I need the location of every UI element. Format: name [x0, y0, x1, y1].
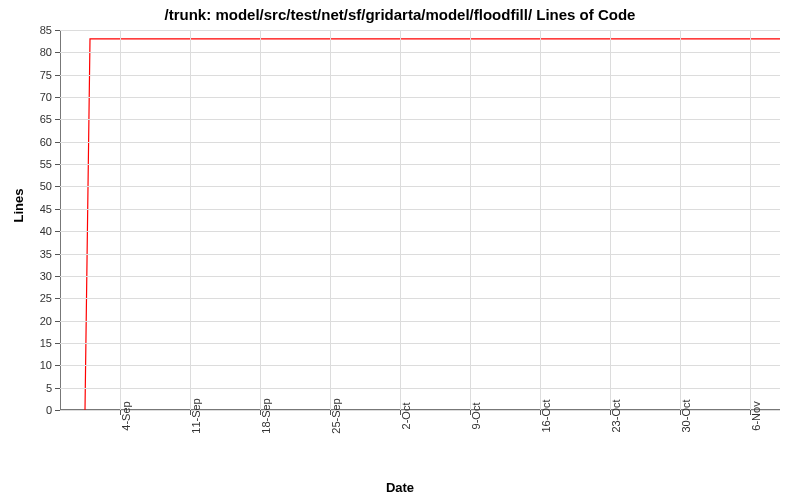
- y-axis-label: Lines: [12, 0, 26, 410]
- y-tick-label: 5: [46, 382, 52, 394]
- y-tick-label: 85: [40, 24, 52, 36]
- grid-line-h: [60, 388, 780, 389]
- grid-line-v: [610, 30, 611, 410]
- y-tick-label: 70: [40, 91, 52, 103]
- x-tick-label: 9-Oct: [470, 403, 482, 430]
- grid-line-h: [60, 75, 780, 76]
- grid-line-h: [60, 343, 780, 344]
- x-axis-label: Date: [0, 480, 800, 495]
- y-tick-label: 60: [40, 136, 52, 148]
- line-layer: [60, 30, 780, 410]
- grid-line-h: [60, 97, 780, 98]
- grid-line-h: [60, 30, 780, 31]
- y-tick: [55, 410, 60, 411]
- x-tick-label: 23-Oct: [610, 399, 622, 432]
- y-tick: [55, 75, 60, 76]
- y-tick-label: 55: [40, 158, 52, 170]
- y-tick-label: 50: [40, 180, 52, 192]
- grid-line-v: [680, 30, 681, 410]
- y-tick: [55, 388, 60, 389]
- y-tick-label: 45: [40, 203, 52, 215]
- grid-line-v: [330, 30, 331, 410]
- x-tick-label: 18-Sep: [260, 398, 272, 433]
- grid-line-v: [260, 30, 261, 410]
- y-tick: [55, 276, 60, 277]
- chart-title: /trunk: model/src/test/net/sf/gridarta/m…: [0, 6, 800, 23]
- grid-line-h: [60, 254, 780, 255]
- y-tick: [55, 186, 60, 187]
- y-tick: [55, 321, 60, 322]
- y-tick-label: 25: [40, 292, 52, 304]
- y-tick: [55, 164, 60, 165]
- y-tick-label: 20: [40, 315, 52, 327]
- plot-area: 05101520253035404550556065707580854-Sep1…: [60, 30, 780, 410]
- y-tick: [55, 119, 60, 120]
- grid-line-v: [190, 30, 191, 410]
- y-tick-label: 40: [40, 225, 52, 237]
- grid-line-h: [60, 142, 780, 143]
- y-tick: [55, 30, 60, 31]
- y-tick: [55, 231, 60, 232]
- y-tick-label: 10: [40, 359, 52, 371]
- y-tick-label: 65: [40, 113, 52, 125]
- x-tick-label: 4-Sep: [120, 401, 132, 430]
- grid-line-h: [60, 410, 780, 411]
- grid-line-h: [60, 164, 780, 165]
- x-tick-label: 30-Oct: [680, 399, 692, 432]
- y-tick: [55, 142, 60, 143]
- x-tick-label: 11-Sep: [190, 398, 202, 433]
- chart-container: /trunk: model/src/test/net/sf/gridarta/m…: [0, 0, 800, 500]
- y-tick: [55, 365, 60, 366]
- grid-line-h: [60, 209, 780, 210]
- grid-line-v: [470, 30, 471, 410]
- grid-line-h: [60, 186, 780, 187]
- grid-line-v: [540, 30, 541, 410]
- grid-line-h: [60, 276, 780, 277]
- grid-line-h: [60, 298, 780, 299]
- grid-line-v: [400, 30, 401, 410]
- grid-line-h: [60, 365, 780, 366]
- y-tick: [55, 254, 60, 255]
- y-tick: [55, 343, 60, 344]
- x-tick-label: 2-Oct: [400, 403, 412, 430]
- grid-line-h: [60, 321, 780, 322]
- grid-line-h: [60, 231, 780, 232]
- y-tick-label: 15: [40, 337, 52, 349]
- y-tick-label: 75: [40, 69, 52, 81]
- grid-line-h: [60, 119, 780, 120]
- y-tick-label: 0: [46, 404, 52, 416]
- y-tick: [55, 298, 60, 299]
- grid-line-v: [750, 30, 751, 410]
- y-tick: [55, 209, 60, 210]
- x-tick-label: 16-Oct: [540, 399, 552, 432]
- y-tick: [55, 52, 60, 53]
- y-tick-label: 80: [40, 46, 52, 58]
- y-tick-label: 30: [40, 270, 52, 282]
- grid-line-h: [60, 52, 780, 53]
- grid-line-v: [120, 30, 121, 410]
- x-tick-label: 6-Nov: [750, 401, 762, 430]
- y-tick: [55, 97, 60, 98]
- y-tick-label: 35: [40, 248, 52, 260]
- x-tick-label: 25-Sep: [330, 398, 342, 433]
